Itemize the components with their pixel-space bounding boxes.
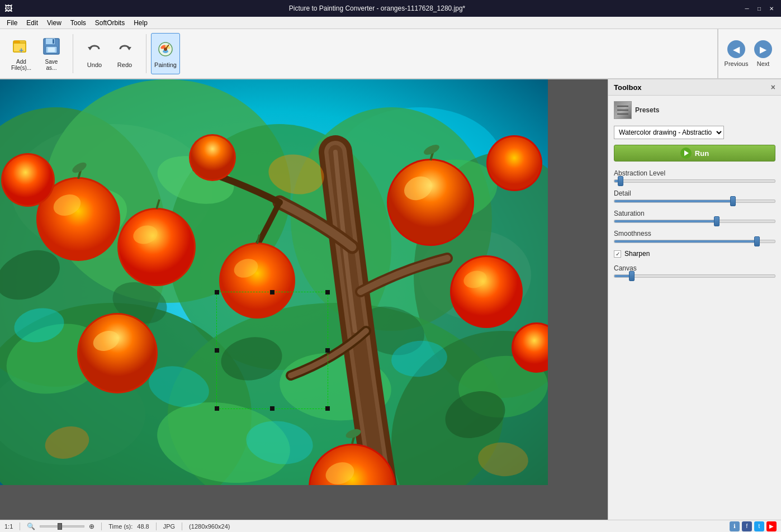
status-sep-4 <box>182 522 182 530</box>
abstraction-section: Abstraction Level <box>614 169 775 183</box>
undo-button[interactable]: Undo <box>80 33 109 74</box>
detail-thumb[interactable] <box>730 196 736 206</box>
svg-text:+: + <box>19 46 23 55</box>
canvas-label: Canvas <box>614 264 775 272</box>
saturation-section: Saturation <box>614 210 775 223</box>
detail-section: Detail <box>614 189 775 203</box>
toolbar-edit-group: Undo Redo <box>78 33 141 74</box>
menu-bar: File Edit View Tools SoftOrbits Help <box>0 17 781 29</box>
maximize-button[interactable]: □ <box>754 3 764 13</box>
add-file-button[interactable]: + Add File(s)... <box>7 33 36 74</box>
previous-button[interactable]: ◀ Previous <box>723 31 750 76</box>
selection-box[interactable] <box>216 292 328 409</box>
run-label: Run <box>695 149 709 158</box>
zoom-plus-icon: ⊕ <box>89 522 94 530</box>
window-controls: ─ □ ✕ <box>742 3 777 13</box>
facebook-icon[interactable]: f <box>742 521 752 531</box>
run-button[interactable]: Run <box>614 145 775 162</box>
menu-softorbits[interactable]: SoftOrbits <box>91 18 129 28</box>
smoothness-slider[interactable] <box>614 240 775 243</box>
zoom-icon: 🔍 <box>27 522 35 530</box>
toolbox-title: Toolbox <box>614 83 642 92</box>
social-icons: ℹ f t ▶ <box>730 521 777 531</box>
toolbar: + Add File(s)... Save as... <box>0 29 781 79</box>
menu-tools[interactable]: Tools <box>66 18 91 28</box>
selection-handle-tl[interactable] <box>215 290 219 294</box>
presets-row: Presets <box>614 101 775 119</box>
title-bar: 🖼 Picture to Painting Converter - orange… <box>0 0 781 17</box>
redo-button[interactable]: Redo <box>110 33 139 74</box>
smoothness-section: Smoothness <box>614 230 775 243</box>
zoom-thumb[interactable] <box>58 523 62 530</box>
window-title: Picture to Painting Converter - oranges-… <box>12 4 742 12</box>
painting-button[interactable]: Painting <box>151 33 180 74</box>
toolbox-close-button[interactable]: × <box>771 83 775 92</box>
add-file-icon: + <box>11 36 31 56</box>
menu-file[interactable]: File <box>2 18 22 28</box>
youtube-icon[interactable]: ▶ <box>766 521 777 531</box>
toolbar-sep-1 <box>73 34 73 73</box>
smoothness-thumb[interactable] <box>754 236 760 246</box>
redo-icon <box>115 39 135 59</box>
painting-label: Painting <box>154 61 177 68</box>
selection-handle-bc[interactable] <box>270 406 274 411</box>
menu-help[interactable]: Help <box>129 18 152 28</box>
preset-icon <box>614 101 632 119</box>
smoothness-label: Smoothness <box>614 230 775 238</box>
menu-edit[interactable]: Edit <box>22 18 42 28</box>
close-button[interactable]: ✕ <box>766 3 777 13</box>
abstraction-slider[interactable] <box>614 179 775 183</box>
selection-handle-ml[interactable] <box>215 348 219 353</box>
next-button[interactable]: ▶ Next <box>750 31 777 76</box>
selection-handle-tr[interactable] <box>325 290 330 294</box>
run-icon <box>680 148 692 159</box>
minimize-button[interactable]: ─ <box>742 3 752 13</box>
status-sep-3 <box>156 522 157 530</box>
twitter-icon[interactable]: t <box>754 521 764 531</box>
status-sep-2 <box>101 522 102 530</box>
previous-icon: ◀ <box>727 40 745 58</box>
time-value: 48.8 <box>137 523 149 530</box>
menu-view[interactable]: View <box>42 18 66 28</box>
presets-dropdown[interactable]: Watercolor drawing - Abstractio Oil Pain… <box>614 126 724 139</box>
saturation-thumb[interactable] <box>714 216 720 226</box>
status-bar: 1:1 🔍 ⊕ Time (s): 48.8 JPG (1280x960x24)… <box>0 520 781 532</box>
selection-handle-bl[interactable] <box>215 406 219 411</box>
next-icon: ▶ <box>754 40 772 58</box>
redo-label: Redo <box>117 61 132 68</box>
painting-canvas <box>0 79 548 485</box>
title-icon: 🖼 <box>4 4 12 13</box>
detail-slider[interactable] <box>614 200 775 203</box>
abstraction-label: Abstraction Level <box>614 169 775 177</box>
save-as-icon <box>41 36 61 56</box>
undo-icon <box>84 39 105 59</box>
main-area: Toolbox × Presets Watercolor drawing - A… <box>0 79 781 520</box>
toolbar-file-group: + Add File(s)... Save as... <box>4 33 68 74</box>
canvas-area[interactable] <box>0 79 608 520</box>
info-icon[interactable]: ℹ <box>730 521 740 531</box>
zoom-ratio: 1:1 <box>4 523 13 530</box>
abstraction-thumb[interactable] <box>618 176 623 186</box>
svg-rect-5 <box>53 39 54 44</box>
saturation-slider[interactable] <box>614 220 775 223</box>
detail-label: Detail <box>614 189 775 197</box>
selection-handle-tc[interactable] <box>270 290 274 294</box>
svg-rect-86 <box>0 79 548 485</box>
dimensions-label: (1280x960x24) <box>189 523 230 530</box>
painting-icon <box>155 39 176 59</box>
nav-area: ◀ Previous ▶ Next <box>717 28 777 79</box>
save-as-label: Save as... <box>45 59 58 71</box>
selection-handle-mr[interactable] <box>325 348 330 353</box>
saturation-label: Saturation <box>614 210 775 217</box>
svg-marker-8 <box>88 47 92 50</box>
canvas-thumb[interactable] <box>629 271 635 281</box>
canvas-slider[interactable] <box>614 274 775 278</box>
save-as-button[interactable]: Save as... <box>37 33 66 74</box>
time-label: Time (s): <box>108 523 132 530</box>
toolbox-header: Toolbox × <box>608 79 781 96</box>
toolbar-sep-2 <box>146 34 146 73</box>
toolbox-panel: Toolbox × Presets Watercolor drawing - A… <box>608 79 781 520</box>
selection-handle-br[interactable] <box>325 406 330 411</box>
zoom-slider[interactable] <box>40 525 84 528</box>
sharpen-checkbox[interactable]: ✓ <box>614 250 621 258</box>
